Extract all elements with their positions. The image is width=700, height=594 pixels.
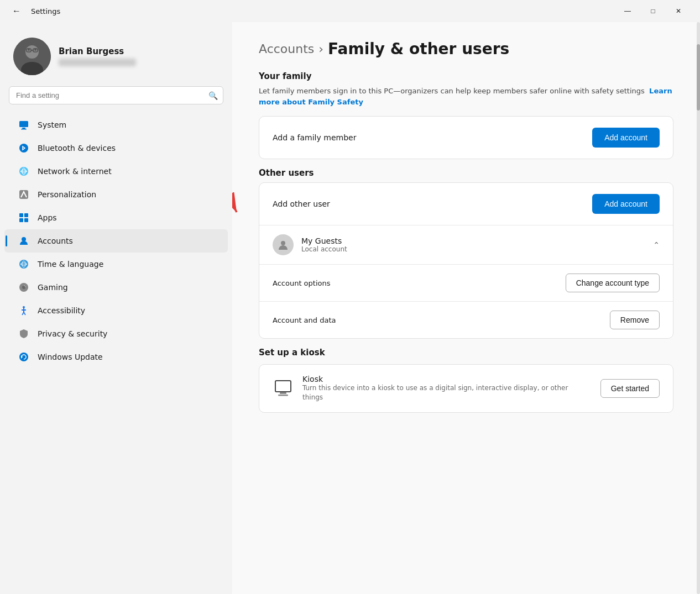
titlebar-title: Settings [31, 7, 60, 15]
sidebar-item-apps[interactable]: Apps [4, 206, 228, 229]
minimize-button[interactable]: — [615, 2, 640, 20]
account-data-label: Account and data [273, 316, 336, 324]
kiosk-row: Kiosk Turn this device into a kiosk to u… [259, 365, 673, 412]
other-users-card: Add other user Add account My Guests Loc… [259, 182, 673, 339]
sidebar-item-label: Gaming [38, 283, 68, 292]
app-body: Brian Burgess 🔍 System [0, 22, 700, 594]
svg-rect-37 [275, 381, 291, 392]
back-button[interactable]: ← [9, 3, 24, 19]
your-family-desc: Let family members sign in to this PC—or… [259, 86, 673, 107]
svg-point-20 [22, 237, 26, 241]
svg-rect-19 [24, 218, 28, 222]
user-profile: Brian Burgess [0, 31, 232, 86]
user-name: Brian Burgess [59, 46, 136, 56]
add-family-button[interactable]: Add account [592, 128, 660, 148]
svg-rect-18 [19, 218, 23, 222]
add-family-row: Add a family member Add account [259, 117, 673, 159]
sidebar-item-label: Bluetooth & devices [38, 144, 116, 153]
your-family-title: Your family [259, 71, 673, 81]
sidebar-item-label: Privacy & security [38, 329, 107, 338]
svg-point-27 [24, 285, 25, 286]
kiosk-name: Kiosk [302, 375, 587, 383]
account-options-label: Account options [273, 279, 331, 287]
sidebar-item-personalization[interactable]: Personalization [4, 183, 228, 206]
sidebar-item-gaming[interactable]: Gaming [4, 276, 228, 299]
sidebar-item-label: Accounts [38, 236, 73, 245]
avatar [13, 38, 51, 75]
kiosk-card: Kiosk Turn this device into a kiosk to u… [259, 364, 673, 413]
add-family-label: Add a family member [273, 133, 356, 142]
change-account-type-button[interactable]: Change account type [566, 274, 660, 292]
svg-rect-39 [278, 395, 288, 396]
sidebar-item-time[interactable]: Time & language [4, 253, 228, 276]
sidebar-nav: System Bluetooth & devices [0, 113, 232, 369]
svg-point-25 [22, 286, 25, 289]
shield-icon [18, 328, 30, 340]
scrollbar-thumb [697, 44, 700, 111]
svg-point-26 [25, 286, 26, 287]
svg-rect-38 [280, 392, 286, 394]
brush-icon [18, 188, 30, 201]
add-family-card: Add a family member Add account [259, 116, 673, 159]
kiosk-section: Set up a kiosk Kiosk Turn this device in… [259, 348, 673, 413]
svg-line-32 [24, 312, 25, 315]
add-other-user-row: Add other user Add account [259, 183, 673, 225]
search-input[interactable] [9, 86, 223, 104]
breadcrumb: Accounts › Family & other users [259, 40, 673, 58]
sidebar-item-label: Time & language [38, 260, 103, 269]
sidebar-item-label: Network & internet [38, 167, 112, 176]
sidebar-item-windows-update[interactable]: Windows Update [4, 345, 228, 369]
main-content: Accounts › Family & other users Your fam… [232, 22, 700, 594]
chevron-up-icon: ⌃ [653, 240, 660, 249]
window-controls: — □ ✕ [615, 2, 691, 20]
network-icon [18, 165, 30, 177]
svg-point-28 [23, 306, 25, 308]
sidebar-item-bluetooth[interactable]: Bluetooth & devices [4, 136, 228, 160]
user-email [59, 59, 136, 66]
breadcrumb-separator: › [318, 42, 323, 56]
bluetooth-icon [18, 142, 30, 154]
other-users-section: Other users Add other user Add account [259, 168, 673, 339]
add-other-user-label: Add other user [273, 199, 330, 208]
guest-info: My Guests Local account [301, 236, 653, 253]
your-family-section: Your family Let family members sign in t… [259, 71, 673, 159]
scrollbar[interactable] [697, 22, 700, 594]
sidebar-item-accounts[interactable]: Accounts [4, 229, 228, 253]
maximize-button[interactable]: □ [640, 2, 666, 20]
svg-point-33 [19, 353, 28, 361]
account-data-row: Account and data Remove [259, 302, 673, 338]
accessibility-icon [18, 304, 30, 317]
sidebar-item-network[interactable]: Network & internet [4, 160, 228, 183]
sidebar-item-privacy[interactable]: Privacy & security [4, 322, 228, 345]
breadcrumb-parent[interactable]: Accounts [259, 42, 314, 56]
sidebar-item-system[interactable]: System [4, 113, 228, 136]
svg-rect-8 [19, 121, 28, 127]
other-users-title: Other users [259, 168, 673, 178]
sidebar: Brian Burgess 🔍 System [0, 22, 232, 594]
add-other-user-button[interactable]: Add account [592, 194, 660, 214]
remove-button[interactable]: Remove [610, 311, 660, 329]
search-icon: 🔍 [208, 91, 218, 100]
search-box: 🔍 [9, 86, 223, 104]
sidebar-item-label: Accessibility [38, 306, 85, 315]
kiosk-title: Set up a kiosk [259, 348, 673, 358]
sidebar-item-label: Personalization [38, 190, 96, 199]
svg-rect-17 [24, 213, 28, 217]
get-started-button[interactable]: Get started [600, 379, 660, 398]
svg-point-11 [19, 144, 28, 153]
guest-avatar [273, 234, 294, 255]
refresh-icon [18, 351, 30, 363]
sidebar-item-label: Apps [38, 213, 57, 222]
my-guests-row[interactable]: My Guests Local account ⌃ [259, 225, 673, 265]
sidebar-item-label: Windows Update [38, 353, 103, 361]
gamepad-icon [18, 281, 30, 293]
sidebar-item-accessibility[interactable]: Accessibility [4, 299, 228, 322]
close-button[interactable]: ✕ [666, 2, 691, 20]
account-options-row: Account options Change account type [259, 265, 673, 302]
svg-rect-16 [19, 213, 23, 217]
kiosk-desc: Turn this device into a kiosk to use as … [302, 383, 587, 402]
person-icon [18, 235, 30, 247]
globe-icon [18, 258, 30, 270]
guest-type: Local account [301, 245, 653, 253]
user-info: Brian Burgess [59, 46, 136, 66]
